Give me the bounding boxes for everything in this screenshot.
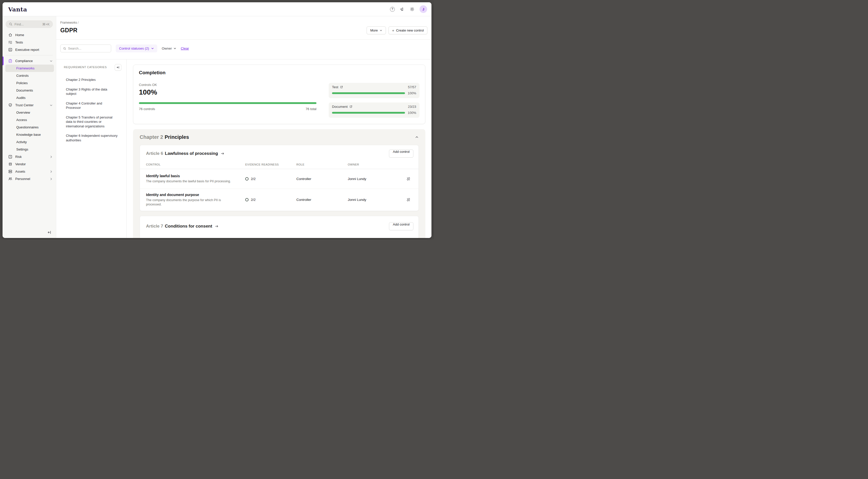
sidebar-item-risk[interactable]: Risk (3, 153, 56, 160)
unlink-icon[interactable] (403, 197, 413, 202)
evidence-count: 2/2 (251, 177, 256, 181)
article-name[interactable]: Lawfulness of processing (165, 151, 218, 156)
document-progress-bar (332, 112, 405, 114)
sidebar-label-vendor: Vendor (15, 162, 26, 166)
document-stat-label: Document (332, 105, 348, 108)
category-item[interactable]: Chapter 6 Independent supervisory author… (66, 133, 118, 142)
sidebar-label-trust-center: Trust Center (15, 103, 34, 107)
assets-icon (8, 169, 12, 174)
category-item[interactable]: Chapter 5 Transfers of personal data to … (66, 115, 118, 129)
arrow-right-icon[interactable] (215, 224, 219, 228)
chevron-down-icon (174, 47, 176, 50)
document-stat-percent: 100% (407, 111, 416, 115)
completion-percent: 100% (139, 88, 316, 96)
evidence-ring-icon (245, 198, 249, 201)
sidebar-item-access[interactable]: Access (5, 116, 54, 124)
shield-check-icon (8, 103, 12, 107)
chevron-down-icon (50, 104, 53, 107)
sidebar-label-knowledge-base: Knowledge base (16, 133, 41, 136)
owner-filter[interactable]: Owner (162, 46, 176, 50)
chevron-down-icon (379, 29, 382, 32)
article-prefix: Article 6 (146, 151, 163, 156)
sidebar-item-vendor[interactable]: Vendor (3, 160, 56, 168)
help-icon[interactable]: ? (390, 7, 395, 12)
controls-ok-label: Controls OK (139, 83, 316, 87)
chevron-right-icon (50, 178, 53, 181)
external-link-icon[interactable] (340, 86, 343, 89)
breadcrumb-frameworks[interactable]: Frameworks (60, 21, 77, 24)
category-item[interactable]: Chapter 3 Rights of the data subject (66, 87, 118, 96)
collapse-section-button[interactable] (415, 135, 419, 139)
sidebar-item-tests[interactable]: Tests (3, 39, 56, 46)
panel-collapse-button[interactable] (115, 64, 121, 71)
app-window: Vanta ? J Find... ⌘+K Home (3, 2, 431, 238)
sidebar-item-knowledge-base[interactable]: Knowledge base (5, 131, 54, 138)
search-box[interactable] (60, 44, 111, 52)
chevron-right-icon (50, 155, 53, 158)
create-new-control-button[interactable]: + Create new control (389, 26, 427, 34)
global-find-input[interactable]: Find... ⌘+K (6, 20, 53, 28)
table-row[interactable]: Identity and document purpose The compan… (140, 189, 418, 211)
sidebar: Find... ⌘+K Home Tests Executive report (3, 16, 56, 238)
user-avatar[interactable]: J (420, 5, 427, 13)
role-value: Controller (297, 177, 348, 181)
more-button-label: More (370, 29, 378, 32)
chapter-name: Principles (164, 134, 189, 140)
category-item[interactable]: Chapter 4 Controller and Processor (66, 101, 118, 110)
requirement-categories-heading: REQUIREMENT CATEGORIES (64, 64, 107, 69)
sidebar-label-activity: Activity (16, 140, 27, 144)
sidebar-item-activity[interactable]: Activity (5, 138, 54, 146)
category-item[interactable]: Chapter 2 Principles (66, 77, 118, 82)
collapse-left-icon (116, 66, 120, 69)
column-owner: OWNER (348, 163, 403, 166)
sidebar-item-audits[interactable]: Audits (5, 94, 54, 101)
sidebar-item-frameworks[interactable]: Frameworks (5, 65, 54, 72)
sidebar-item-trust-center[interactable]: Trust Center (3, 101, 56, 109)
chevron-right-icon (50, 170, 53, 173)
personnel-icon (8, 177, 12, 181)
requirement-categories-panel: REQUIREMENT CATEGORIES Chapter 2 Princip… (56, 60, 127, 238)
gear-icon[interactable] (410, 7, 415, 12)
search-input[interactable] (68, 46, 108, 50)
sidebar-item-personnel[interactable]: Personnel (3, 175, 56, 183)
announcements-icon[interactable] (400, 7, 405, 12)
clear-filters-link[interactable]: Clear (181, 46, 189, 50)
sidebar-item-controls[interactable]: Controls (5, 72, 54, 79)
sidebar-item-executive-report[interactable]: Executive report (3, 46, 56, 54)
vanta-logo: Vanta (8, 6, 27, 13)
sidebar-item-documents[interactable]: Documents (5, 87, 54, 94)
sidebar-label-settings: Settings (16, 148, 28, 151)
chevron-down-icon (50, 60, 53, 63)
sidebar-item-settings[interactable]: Settings (5, 146, 54, 153)
more-button[interactable]: More (367, 26, 386, 34)
sidebar-item-questionnaires[interactable]: Questionnaires (5, 124, 54, 131)
unlink-icon[interactable] (403, 177, 413, 181)
control-name[interactable]: Identity and document purpose (146, 193, 245, 197)
add-control-button[interactable]: Add control (389, 222, 413, 230)
page-title: GDPR (60, 27, 78, 34)
sidebar-item-overview[interactable]: Overview (5, 109, 54, 116)
evidence-count: 2/2 (251, 198, 256, 202)
control-name[interactable]: Identify lawful basis (146, 174, 245, 178)
sidebar-item-compliance[interactable]: Compliance (3, 57, 56, 65)
column-evidence-readiness: EVIDENCE READINESS (245, 163, 297, 166)
top-bar: Vanta ? J (3, 2, 431, 16)
sidebar-label-frameworks: Frameworks (16, 66, 35, 70)
sidebar-item-policies[interactable]: Policies (5, 79, 54, 87)
compliance-clipboard-icon (8, 59, 12, 63)
sidebar-item-assets[interactable]: Assets (3, 168, 56, 175)
control-statuses-filter[interactable]: Control statuses (2) (116, 44, 157, 52)
add-control-button[interactable]: Add control (389, 150, 413, 158)
evidence-ring-icon (245, 177, 249, 181)
arrow-right-icon[interactable] (221, 152, 225, 156)
external-link-icon[interactable] (349, 105, 352, 108)
test-stat-block: Test 57/57 100% (329, 83, 420, 98)
sidebar-collapse-button[interactable] (43, 228, 56, 238)
table-row[interactable]: Identify lawful basis The company docume… (140, 169, 418, 189)
sidebar-item-home[interactable]: Home (3, 31, 56, 39)
controls-count: 76 controls (139, 107, 155, 111)
sidebar-label-assets: Assets (15, 169, 25, 173)
main-content: Completion Controls OK 100% 76 controls … (127, 60, 431, 238)
risk-icon (8, 155, 12, 159)
article-name[interactable]: Conditions for consent (165, 224, 212, 229)
